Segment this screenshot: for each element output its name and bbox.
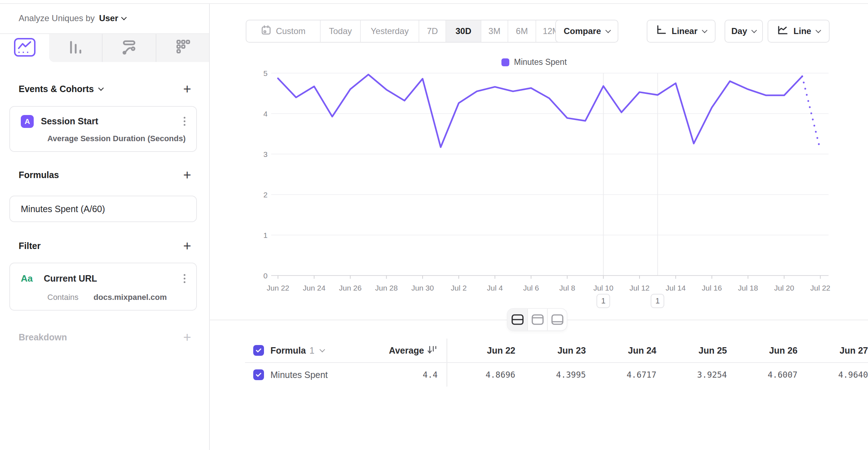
y-axis-label: 5 <box>263 69 268 77</box>
bar-chart-icon <box>66 38 85 58</box>
add-filter-button[interactable]: + <box>181 239 193 253</box>
dot-grid-icon <box>173 38 192 58</box>
visualization-tabstrip <box>0 34 209 62</box>
scale-dropdown[interactable]: Linear <box>647 20 716 43</box>
average-column-header[interactable]: Average <box>389 345 424 356</box>
legend-swatch <box>501 58 509 66</box>
x-axis-label: Jun 26 <box>339 284 362 292</box>
value-cell: 4.9640 <box>797 370 868 379</box>
table-header-row: Formula 1 Average Jun 22Jun 23Jun 24Jun … <box>245 339 868 362</box>
tab-line-chart[interactable] <box>0 34 49 62</box>
add-formula-button[interactable]: + <box>181 168 193 182</box>
x-axis-label: Jul 16 <box>702 284 722 292</box>
calendar-icon <box>261 25 272 38</box>
breakdown-section-title: Breakdown <box>19 332 67 343</box>
x-axis-label: Jul 6 <box>523 284 539 292</box>
filter-section-title: Filter <box>19 241 41 251</box>
filter-property-name: Current URL <box>44 273 174 284</box>
x-axis-label: Jun 22 <box>266 284 289 292</box>
analyze-by-dropdown[interactable]: User <box>99 13 126 23</box>
tab-bar-chart[interactable] <box>49 34 102 62</box>
filter-section-header: Filter + <box>19 239 193 253</box>
date-column-header[interactable]: Jun 22 <box>447 345 515 356</box>
chart-type-dropdown[interactable]: Line <box>768 20 830 43</box>
series-name: Minutes Spent <box>270 370 328 380</box>
chevron-down-icon <box>815 27 821 33</box>
line-trend-icon <box>777 25 788 38</box>
sort-descending-icon[interactable] <box>427 344 438 357</box>
layout-table-only-button[interactable] <box>547 309 567 330</box>
formula-index: 1 <box>310 345 315 356</box>
layout-split-button[interactable] <box>508 309 527 330</box>
filter-condition[interactable]: Containsdocs.mixpanel.com <box>47 293 188 302</box>
chevron-down-icon <box>751 27 757 33</box>
event-letter-badge: A <box>21 115 34 128</box>
event-title: Session Start <box>41 116 174 126</box>
formulas-section-title: Formulas <box>19 170 59 180</box>
chevron-down-icon <box>121 14 127 20</box>
filter-card[interactable]: Aa Current URL Containsdocs.mixpanel.com <box>9 263 197 311</box>
x-axis-label: Jun 24 <box>303 284 325 292</box>
compare-button[interactable]: Compare <box>555 20 618 43</box>
date-range-option-today[interactable]: Today <box>320 20 360 42</box>
query-builder-sidebar: Analyze Uniques by User <box>0 4 209 450</box>
chevron-down-icon <box>98 85 104 91</box>
event-kebab-menu[interactable] <box>181 115 188 128</box>
y-axis-label: 2 <box>263 191 268 199</box>
add-breakdown-button[interactable]: + <box>181 330 193 344</box>
chart-legend[interactable]: Minutes Spent <box>501 57 567 67</box>
chevron-down-icon <box>702 27 707 33</box>
tab-flow[interactable] <box>102 34 155 62</box>
analyze-row: Analyze Uniques by User <box>19 13 126 23</box>
x-axis-label: Jul 10 <box>593 284 613 292</box>
events-section-header: Events & Cohorts + <box>19 82 193 96</box>
layout-chart-only-button[interactable] <box>527 309 547 330</box>
chevron-down-icon <box>605 27 611 33</box>
x-axis-label: Jul 8 <box>559 284 575 292</box>
column-divider <box>438 339 447 362</box>
date-range-control: CustomTodayYesterday7D30D3M6M12M <box>246 20 567 43</box>
series-checkbox[interactable] <box>253 369 264 380</box>
formulas-section-header: Formulas + <box>19 168 193 182</box>
date-column-header[interactable]: Jun 25 <box>656 345 727 356</box>
average-value: 4.4 <box>423 370 438 379</box>
add-event-button[interactable]: + <box>181 82 193 96</box>
date-range-option-3m[interactable]: 3M <box>481 20 508 42</box>
select-all-checkbox[interactable] <box>253 345 264 356</box>
date-range-option-7d[interactable]: 7D <box>419 20 445 42</box>
date-range-option-yesterday[interactable]: Yesterday <box>360 20 419 42</box>
date-column-header[interactable]: Jun 27 <box>797 345 868 356</box>
string-property-icon: Aa <box>21 273 37 284</box>
x-axis-label: Jul 20 <box>774 284 794 292</box>
event-card[interactable]: A Session Start Average Session Duration… <box>9 106 197 152</box>
formula-column-header[interactable]: Formula <box>270 345 306 356</box>
date-column-header[interactable]: Jun 24 <box>586 345 656 356</box>
date-range-option-6m[interactable]: 6M <box>508 20 536 42</box>
value-cell: 4.3995 <box>515 370 586 379</box>
x-axis-label: Jul 12 <box>629 284 650 292</box>
events-section-title[interactable]: Events & Cohorts <box>19 84 103 94</box>
layout-toggle <box>508 309 567 330</box>
line-chart-icon <box>14 38 36 58</box>
interval-dropdown[interactable]: Day <box>725 20 763 43</box>
legend-label: Minutes Spent <box>514 57 567 67</box>
inactive-tabs <box>49 34 209 62</box>
date-range-option-30d[interactable]: 30D <box>445 20 481 42</box>
filter-kebab-menu[interactable] <box>181 272 188 285</box>
date-column-header[interactable]: Jun 26 <box>727 345 798 356</box>
annotation-badge-jul-10[interactable]: 1 <box>596 294 610 308</box>
date-range-option-custom[interactable]: Custom <box>246 20 320 42</box>
value-cell: 4.6007 <box>727 370 798 379</box>
tab-retention-grid[interactable] <box>156 34 209 62</box>
event-aggregation[interactable]: Average Session Duration (Seconds) <box>47 134 188 143</box>
column-divider <box>438 363 447 387</box>
table-data-row: Minutes Spent 4.4 4.86964.39954.67173.92… <box>245 362 868 387</box>
analyze-uniques-label: Analyze Uniques by <box>19 13 95 23</box>
sidebar-border <box>209 4 210 450</box>
formula-card[interactable]: Minutes Spent (A/60) <box>9 196 197 222</box>
linear-axis-icon <box>656 25 666 38</box>
x-axis-label: Jul 14 <box>666 284 686 292</box>
y-axis-label: 0 <box>263 272 268 280</box>
date-column-header[interactable]: Jun 23 <box>515 345 586 356</box>
annotation-badge-jul-13[interactable]: 1 <box>651 294 664 308</box>
